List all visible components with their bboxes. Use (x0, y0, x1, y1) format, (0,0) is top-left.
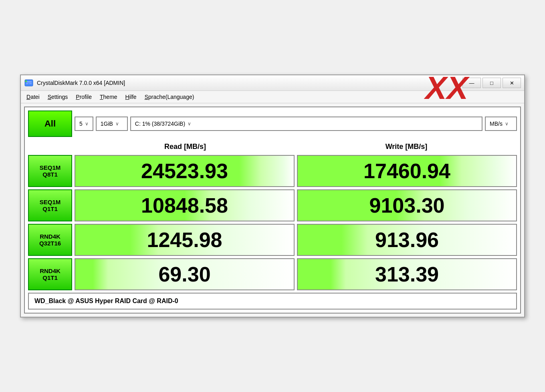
data-rows: SEQ1M Q8T1 24523.93 17460.94 SEQ1M Q1T1 … (28, 155, 517, 290)
menu-sprache[interactable]: Sprache(Language) (141, 92, 198, 102)
read-text-seq1m-q8t1: 24523.93 (141, 159, 228, 183)
row-label-line2: Q32T16 (39, 240, 61, 247)
read-value-rnd4k-q1t1: 69.30 (75, 258, 295, 290)
window-controls: — □ ✕ (462, 78, 521, 88)
read-text-rnd4k-q1t1: 69.30 (158, 262, 210, 286)
row-label-seq1m-q8t1[interactable]: SEQ1M Q8T1 (28, 155, 72, 187)
count-value: 5 (79, 121, 83, 127)
minimize-button[interactable]: — (462, 78, 481, 88)
menu-profile[interactable]: Profile (72, 92, 96, 102)
controls-row: All 5 ∨ 1GiB ∨ C: 1% (38/3724GiB) ∨ MB/s… (28, 111, 517, 137)
footer-text: WD_Black @ ASUS Hyper RAID Card @ RAID-0 (34, 298, 178, 304)
unit-dropdown[interactable]: MB/s ∨ (485, 117, 517, 131)
header-spacer (28, 140, 72, 153)
count-arrow: ∨ (85, 121, 89, 127)
svg-rect-1 (26, 81, 32, 82)
write-text-seq1m-q1t1: 9103.30 (369, 193, 445, 217)
menu-theme[interactable]: Theme (96, 92, 121, 102)
header-row: Read [MB/s] Write [MB/s] (28, 140, 517, 153)
menu-bar: Datei Settings Profile Theme Hilfe Sprac… (21, 91, 524, 103)
title-bar: CrystalDiskMark 7.0.0 x64 [ADMIN] — □ ✕ … (21, 75, 524, 91)
data-row-seq1m-q1t1: SEQ1M Q1T1 10848.58 9103.30 (28, 189, 517, 221)
maximize-button[interactable]: □ (482, 78, 501, 88)
write-value-rnd4k-q1t1: 313.39 (297, 258, 517, 290)
svg-rect-2 (26, 83, 28, 84)
unit-arrow: ∨ (505, 121, 509, 127)
read-value-rnd4k-q32t16: 1245.98 (75, 224, 295, 256)
row-label-line1: RND4K (40, 267, 61, 274)
window-title: CrystalDiskMark 7.0.0 x64 [ADMIN] (37, 80, 462, 86)
write-value-seq1m-q8t1: 17460.94 (297, 155, 517, 187)
row-label-rnd4k-q32t16[interactable]: RND4K Q32T16 (28, 224, 72, 256)
svg-rect-5 (26, 81, 26, 82)
size-dropdown[interactable]: 1GiB ∨ (96, 117, 128, 131)
write-text-rnd4k-q32t16: 913.96 (375, 228, 439, 252)
read-text-rnd4k-q32t16: 1245.98 (147, 228, 222, 252)
svg-rect-3 (29, 83, 32, 84)
menu-hilfe[interactable]: Hilfe (121, 92, 141, 102)
row-label-rnd4k-q1t1[interactable]: RND4K Q1T1 (28, 258, 72, 290)
size-arrow: ∨ (115, 121, 119, 127)
row-label-line1: SEQ1M (40, 164, 61, 171)
drive-value: C: 1% (38/3724GiB) (135, 121, 185, 127)
read-value-seq1m-q1t1: 10848.58 (75, 189, 295, 221)
header-write: Write [MB/s] (296, 140, 517, 153)
drive-arrow: ∨ (188, 121, 191, 127)
read-text-seq1m-q1t1: 10848.58 (141, 193, 228, 217)
size-value: 1GiB (101, 121, 113, 127)
write-value-seq1m-q1t1: 9103.30 (297, 189, 517, 221)
data-row-seq1m-q8t1: SEQ1M Q8T1 24523.93 17460.94 (28, 155, 517, 187)
app-icon (24, 78, 34, 88)
close-button[interactable]: ✕ (503, 78, 521, 88)
write-value-rnd4k-q32t16: 913.96 (297, 224, 517, 256)
row-label-line1: RND4K (40, 233, 61, 240)
header-read: Read [MB/s] (75, 140, 296, 153)
drive-dropdown[interactable]: C: 1% (38/3724GiB) ∨ (130, 117, 482, 131)
row-label-seq1m-q1t1[interactable]: SEQ1M Q1T1 (28, 189, 72, 221)
row-label-line1: SEQ1M (40, 199, 61, 205)
all-button[interactable]: All (28, 111, 72, 137)
write-text-seq1m-q8t1: 17460.94 (363, 159, 450, 183)
data-row-rnd4k-q32t16: RND4K Q32T16 1245.98 913.96 (28, 224, 517, 256)
row-label-line2: Q1T1 (42, 205, 58, 212)
data-row-rnd4k-q1t1: RND4K Q1T1 69.30 313.39 (28, 258, 517, 290)
write-text-rnd4k-q1t1: 313.39 (375, 262, 439, 286)
menu-settings[interactable]: Settings (44, 92, 72, 102)
main-content: All 5 ∨ 1GiB ∨ C: 1% (38/3724GiB) ∨ MB/s… (24, 107, 521, 314)
app-window: CrystalDiskMark 7.0.0 x64 [ADMIN] — □ ✕ … (20, 74, 525, 318)
unit-value: MB/s (490, 121, 503, 127)
footer-bar: WD_Black @ ASUS Hyper RAID Card @ RAID-0 (28, 293, 517, 310)
menu-datei[interactable]: Datei (22, 92, 44, 102)
row-label-line2: Q8T1 (42, 171, 58, 178)
read-value-seq1m-q8t1: 24523.93 (75, 155, 295, 187)
count-dropdown[interactable]: 5 ∨ (75, 117, 93, 131)
row-label-line2: Q1T1 (42, 274, 58, 281)
